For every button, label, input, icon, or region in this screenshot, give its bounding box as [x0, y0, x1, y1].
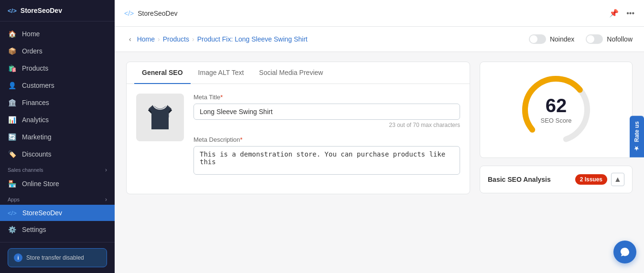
info-icon: i	[14, 253, 22, 262]
home-icon: 🏠	[8, 30, 16, 38]
seo-analysis-label: Basic SEO Analysis	[488, 176, 551, 183]
tab-image-alt-text[interactable]: Image ALT Text	[191, 62, 252, 84]
sidebar-app-name: StoreSeoDev	[21, 7, 62, 14]
tab-general-seo[interactable]: General SEO	[134, 62, 191, 84]
analytics-icon: 📊	[8, 116, 16, 124]
sidebar-label-finances: Finances	[22, 99, 49, 106]
topbar-code-icon: </>	[124, 10, 134, 17]
breadcrumb-home[interactable]: Home	[137, 35, 155, 43]
topbar-app-name: StoreSeoDev	[138, 10, 177, 17]
form-area: Meta Title* 23 out of 70 max characters …	[193, 94, 460, 184]
online-store-icon: 🏪	[8, 179, 16, 188]
sidebar-item-storeseodev[interactable]: </> StoreSeoDev	[0, 205, 115, 221]
sidebar-item-orders[interactable]: 📦 Orders	[0, 42, 115, 60]
noindex-toggle[interactable]	[529, 34, 546, 44]
content-body: General SEO Image ALT Text Social Media …	[115, 52, 644, 273]
sidebar-item-analytics[interactable]: 📊 Analytics	[0, 111, 115, 128]
customers-icon: 👤	[8, 81, 16, 90]
top-bar-left: </> StoreSeoDev	[124, 10, 178, 17]
breadcrumb-sep-2: ›	[192, 35, 194, 43]
chevron-up-icon: ▲	[614, 175, 622, 184]
breadcrumb-current: Product Fix: Long Sleeve Swing Shirt	[197, 35, 308, 43]
apps-label: Apps	[8, 197, 20, 202]
seo-score-number: 62	[540, 96, 571, 115]
products-icon: 🛍️	[8, 64, 16, 73]
finances-icon: 🏛️	[8, 98, 16, 107]
storeseodev-icon: </>	[8, 210, 17, 217]
meta-description-label: Meta Description*	[193, 136, 460, 143]
chat-button[interactable]	[613, 241, 636, 263]
orders-icon: 📦	[8, 47, 16, 55]
sidebar-nav: 🏠 Home 📦 Orders 🛍️ Products 👤 Customers …	[0, 21, 115, 242]
sidebar-item-finances[interactable]: 🏛️ Finances	[0, 94, 115, 111]
sidebar-footer: i Store transfer disabled	[0, 242, 115, 273]
sidebar-item-customers[interactable]: 👤 Customers	[0, 77, 115, 94]
sidebar-label-storeseodev: StoreSeoDev	[22, 209, 62, 217]
sidebar-label-discounts: Discounts	[22, 150, 51, 158]
sidebar-label-orders: Orders	[22, 47, 43, 55]
sales-channels-section: Sales channels ›	[0, 163, 115, 175]
meta-title-field-group: Meta Title* 23 out of 70 max characters	[193, 94, 460, 128]
breadcrumb-sep-1: ›	[158, 35, 160, 43]
settings-icon: ⚙️	[8, 225, 16, 234]
issues-badge: 2 Issues	[575, 174, 607, 185]
marketing-icon: 🔄	[8, 133, 16, 141]
seo-analysis-bar: Basic SEO Analysis 2 Issues ▲	[480, 166, 633, 193]
pin-icon[interactable]: 📌	[609, 9, 619, 18]
apps-chevron: ›	[105, 196, 107, 203]
right-panel: 62 SEO Score Basic SEO Analysis 2 Issues…	[480, 62, 633, 263]
sidebar-item-marketing[interactable]: 🔄 Marketing	[0, 128, 115, 146]
sidebar-item-discounts[interactable]: 🏷️ Discounts	[0, 146, 115, 163]
meta-title-input[interactable]	[193, 104, 460, 120]
seo-score-circle: 62 SEO Score	[518, 72, 594, 148]
breadcrumb-bar: ‹ Home › Products › Product Fix: Long Sl…	[115, 27, 644, 52]
breadcrumb: ‹ Home › Products › Product Fix: Long Sl…	[126, 34, 308, 44]
noindex-label: Noindex	[550, 35, 574, 43]
sidebar-item-home[interactable]: 🏠 Home	[0, 25, 115, 42]
sidebar-label-home: Home	[22, 30, 40, 38]
main-content: </> StoreSeoDev 📌 ••• ‹ Home › Products …	[115, 0, 644, 273]
sidebar: </> StoreSeoDev 🏠 Home 📦 Orders 🛍️ Produ…	[0, 0, 115, 273]
store-transfer-label: Store transfer disabled	[26, 254, 84, 261]
code-icon: </>	[8, 7, 17, 14]
sidebar-label-settings: Settings	[22, 226, 46, 233]
tabs: General SEO Image ALT Text Social Media …	[127, 62, 470, 84]
main-card: General SEO Image ALT Text Social Media …	[126, 62, 470, 194]
sidebar-item-products[interactable]: 🛍️ Products	[0, 60, 115, 77]
sidebar-header: </> StoreSeoDev	[0, 0, 115, 21]
rate-us-tab[interactable]: ★ Rate us	[630, 116, 644, 157]
seo-score-card: 62 SEO Score	[480, 62, 633, 158]
meta-description-field-group: Meta Description* This is a demonstratio…	[193, 136, 460, 177]
product-thumbnail	[136, 94, 184, 141]
seo-analysis-right: 2 Issues ▲	[575, 173, 624, 186]
nofollow-toggle[interactable]	[586, 34, 603, 44]
meta-description-input[interactable]: This is a demonstration store. You can p…	[193, 146, 460, 175]
sidebar-label-products: Products	[22, 64, 48, 72]
sidebar-label-customers: Customers	[22, 82, 54, 89]
top-bar-right: 📌 •••	[609, 9, 634, 18]
left-panel: General SEO Image ALT Text Social Media …	[126, 62, 470, 263]
back-button[interactable]: ‹	[126, 34, 134, 44]
nofollow-toggle-group: Nofollow	[586, 34, 633, 44]
store-transfer-banner: i Store transfer disabled	[8, 248, 107, 267]
seo-score-label: SEO Score	[540, 117, 571, 124]
sidebar-item-settings[interactable]: ⚙️ Settings	[0, 221, 115, 238]
chat-icon	[619, 246, 631, 258]
breadcrumb-products[interactable]: Products	[163, 35, 189, 43]
page-area: ‹ Home › Products › Product Fix: Long Sl…	[115, 27, 644, 273]
star-icon: ★	[633, 145, 640, 152]
expand-button[interactable]: ▲	[611, 173, 624, 186]
rate-us-label: Rate us	[633, 121, 640, 142]
tab-social-media-preview[interactable]: Social Media Preview	[251, 62, 331, 84]
more-options-icon[interactable]: •••	[626, 9, 634, 18]
discounts-icon: 🏷️	[8, 150, 16, 158]
sales-channels-label: Sales channels	[8, 167, 43, 173]
nofollow-label: Nofollow	[607, 35, 633, 43]
card-body: Meta Title* 23 out of 70 max characters …	[127, 84, 470, 194]
sidebar-label-online-store: Online Store	[22, 180, 59, 188]
meta-title-label: Meta Title*	[193, 94, 460, 101]
breadcrumb-controls: Noindex Nofollow	[529, 34, 633, 44]
sidebar-label-analytics: Analytics	[22, 116, 49, 124]
sidebar-item-online-store[interactable]: 🏪 Online Store	[0, 175, 115, 192]
seo-score-center: 62 SEO Score	[540, 96, 571, 124]
